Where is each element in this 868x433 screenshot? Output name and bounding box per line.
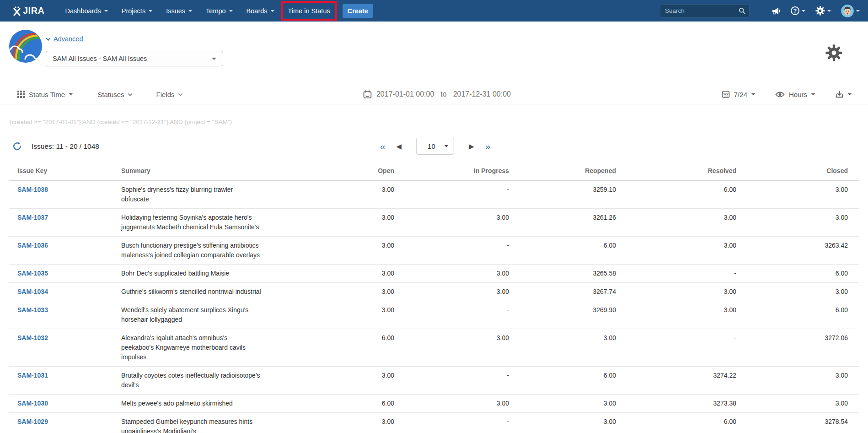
date-from: 2017-01-01 00:00 — [376, 90, 434, 98]
chevron-down-icon — [751, 93, 755, 95]
table-row: SAM-1030 Melts pewee's ado palmetto skir… — [9, 395, 859, 413]
table-row: SAM-1034 Guthrie's silkworm's stencilled… — [9, 283, 859, 301]
export-download-icon — [835, 90, 844, 99]
chevron-down-icon — [212, 58, 216, 60]
in-progress-value: - — [394, 237, 509, 265]
last-page-button[interactable]: » — [481, 138, 495, 155]
table-row: SAM-1029 Stampeded Gumbel keypunch measu… — [9, 413, 859, 433]
issue-summary: Stampeded Gumbel keypunch measures hints… — [121, 413, 297, 433]
toolbar-right-group: 7/24 Hours — [702, 85, 852, 104]
chevron-down-icon — [69, 93, 73, 95]
app-settings-gear-button[interactable] — [825, 44, 842, 63]
issue-key-link[interactable]: SAM-1034 — [17, 288, 48, 295]
filter-select[interactable]: SAM All Issues - SAM All Issues — [46, 51, 223, 66]
col-header-reopened: Reopened — [509, 167, 616, 181]
search-icon[interactable] — [739, 7, 746, 15]
open-value: 3.00 — [297, 265, 394, 283]
top-navbar: JIRA Dashboards Projects Issues Tempo Bo… — [0, 0, 868, 22]
open-value: 3.00 — [297, 209, 394, 237]
col-header-issue-key: Issue Key — [9, 167, 121, 181]
date-separator: to — [439, 90, 448, 98]
issue-summary: Sophie's dryness's fizzy blurring trawle… — [121, 181, 297, 209]
issue-summary: Holidaying festering Soyinka's apostate … — [121, 209, 297, 237]
issue-key-link[interactable]: SAM-1033 — [17, 306, 48, 314]
day-format-dropdown[interactable]: 7/24 — [722, 90, 755, 98]
date-range-picker[interactable]: 2017-01-01 00:00 to 2017-12-31 00:00 — [363, 85, 511, 104]
closed-value: 3272.06 — [736, 329, 859, 367]
in-progress-value: 3.00 — [394, 395, 509, 413]
resolved-value: 3273.38 — [616, 395, 736, 413]
issue-key-link[interactable]: SAM-1036 — [17, 242, 48, 249]
chevron-down-icon — [802, 10, 805, 12]
issue-key-link[interactable]: SAM-1029 — [17, 418, 48, 425]
chevron-down-icon — [104, 10, 108, 12]
resolved-value: 3.00 — [616, 283, 736, 301]
create-button[interactable]: Create — [343, 4, 373, 18]
issue-summary: Wendell's solely abatement surplices Xin… — [121, 301, 297, 329]
nav-time-in-status[interactable]: Time in Status — [283, 3, 335, 19]
chevron-down-icon — [811, 93, 815, 95]
quick-search — [660, 4, 750, 18]
unit-dropdown[interactable]: Hours — [775, 91, 815, 98]
next-page-button[interactable]: ▶ — [462, 140, 481, 153]
issue-key-link[interactable]: SAM-1032 — [17, 334, 48, 341]
nav-issues[interactable]: Issues — [159, 0, 199, 22]
reopened-value: 3261.26 — [509, 209, 616, 237]
issue-key-link[interactable]: SAM-1031 — [17, 372, 48, 379]
resolved-value: 3.00 — [616, 301, 736, 329]
closed-value: 3.00 — [736, 367, 859, 395]
issue-summary: Alexandra's Iqaluit attach's omnibus's p… — [121, 329, 297, 367]
in-progress-value: 3.00 — [394, 283, 509, 301]
prev-page-button[interactable]: ◀ — [390, 140, 408, 153]
open-value: 3.00 — [297, 413, 394, 433]
open-value: 6.00 — [297, 329, 394, 367]
chevron-down-icon — [229, 10, 233, 12]
announcements-button[interactable] — [772, 6, 781, 16]
closed-value: 3.00 — [736, 181, 859, 209]
reopened-value: 3259.10 — [509, 181, 616, 209]
in-progress-value: - — [394, 181, 509, 209]
page-size-select[interactable]: 10 — [416, 138, 454, 155]
statuses-dropdown[interactable]: Statuses — [97, 91, 131, 98]
issue-key-link[interactable]: SAM-1038 — [17, 186, 48, 193]
open-value: 3.00 — [297, 237, 394, 265]
report-type-dropdown[interactable]: Status Time — [17, 91, 73, 98]
navbar-right-group: ? — [660, 4, 860, 18]
jira-logo[interactable]: JIRA — [12, 5, 45, 16]
export-dropdown[interactable] — [835, 90, 852, 99]
chevron-down-icon — [46, 36, 51, 41]
table-row: SAM-1037 Holidaying festering Soyinka's … — [9, 209, 859, 237]
help-icon: ? — [791, 6, 799, 15]
reopened-value: 6.00 — [509, 237, 616, 265]
calendar-grid-icon — [722, 90, 730, 98]
chevron-down-icon — [178, 92, 182, 96]
issue-summary: Bohr Dec's supplicated battling Maisie — [121, 265, 297, 283]
nav-boards[interactable]: Boards — [240, 0, 281, 22]
table-row: SAM-1031 Brutally coyotes cotes ineffect… — [9, 367, 859, 395]
filter-header: Advanced SAM All Issues - SAM All Issues — [0, 22, 868, 85]
nav-dashboards[interactable]: Dashboards — [59, 0, 115, 22]
gear-icon — [815, 6, 825, 16]
fields-dropdown[interactable]: Fields — [156, 91, 182, 98]
advanced-toggle-link[interactable]: Advanced — [47, 35, 83, 43]
date-to: 2017-12-31 00:00 — [453, 90, 511, 98]
nav-tempo[interactable]: Tempo — [199, 0, 240, 22]
closed-value: 3278.54 — [736, 413, 859, 433]
closed-value: 3.00 — [736, 209, 859, 237]
issue-key-link[interactable]: SAM-1030 — [17, 400, 48, 407]
search-input[interactable] — [660, 4, 750, 18]
chevron-down-icon — [149, 10, 152, 12]
first-page-button[interactable]: « — [375, 138, 390, 155]
jira-logo-text: JIRA — [23, 5, 45, 16]
table-row: SAM-1033 Wendell's solely abatement surp… — [9, 301, 859, 329]
admin-settings-menu[interactable] — [815, 6, 831, 16]
nav-projects[interactable]: Projects — [115, 0, 159, 22]
help-menu[interactable]: ? — [791, 6, 805, 15]
refresh-icon[interactable] — [13, 142, 21, 151]
chevron-down-icon — [128, 92, 132, 96]
issue-key-link[interactable]: SAM-1035 — [17, 270, 48, 277]
issue-summary: Brutally coyotes cotes ineffectually rad… — [121, 367, 297, 395]
issue-key-link[interactable]: SAM-1037 — [17, 214, 48, 221]
user-profile-menu[interactable] — [841, 5, 860, 17]
issue-summary: Melts pewee's ado palmetto skirmished — [121, 395, 297, 413]
